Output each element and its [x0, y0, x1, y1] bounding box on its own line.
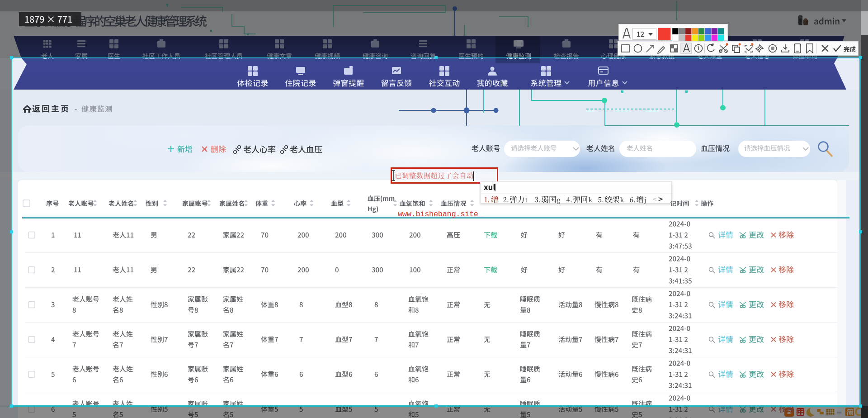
- svg-text:www.bishebang.site: www.bishebang.site: [398, 210, 478, 218]
